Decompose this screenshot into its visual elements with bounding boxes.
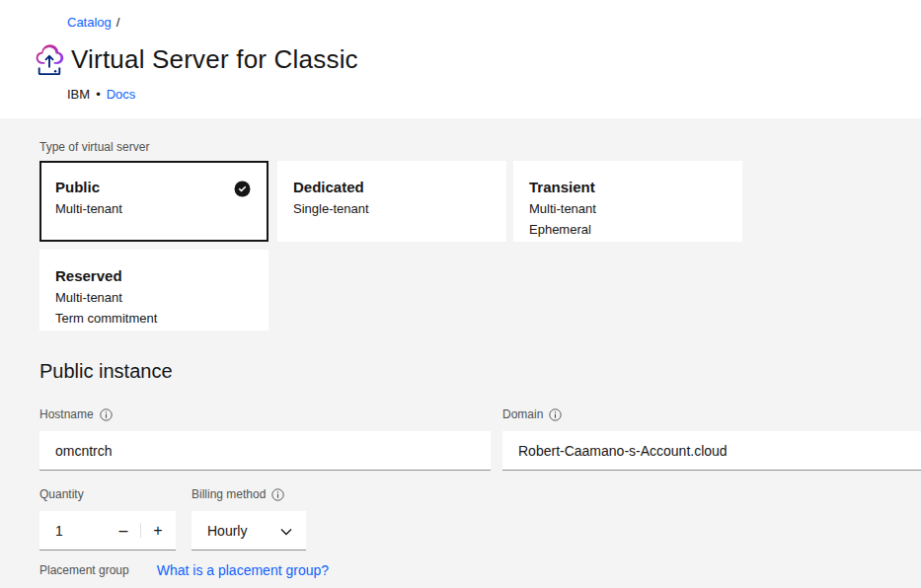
tile-subtitle: Ephemeral [529,222,727,238]
tile-subtitle: Term commitment [55,311,253,327]
info-icon[interactable] [549,408,562,421]
tile-title: Dedicated [293,179,491,196]
info-icon[interactable] [271,488,284,501]
domain-label-text: Domain [502,407,543,421]
info-icon[interactable] [100,408,113,421]
breadcrumb-separator: / [116,15,120,30]
tile-dedicated[interactable]: Dedicated Single-tenant [277,161,506,242]
placement-group-link[interactable]: What is a placement group? [157,562,329,578]
breadcrumb: Catalog/ [67,15,119,30]
domain-label: Domain [502,407,562,421]
billing-method-select[interactable]: Hourly [192,511,306,551]
tile-title: Reserved [55,267,253,285]
tile-public[interactable]: Public Multi-tenant [39,161,269,242]
checkmark-filled-icon [234,181,251,197]
billing-method-label-text: Billing method [192,487,266,501]
section-title-public-instance: Public instance [39,360,173,383]
quantity-label-text: Quantity [39,487,84,501]
dot-separator: • [96,87,101,102]
tile-title: Transient [529,179,727,196]
hostname-input[interactable] [39,431,491,471]
page-title: Virtual Server for Classic [71,44,358,75]
hostname-label-text: Hostname [39,407,94,421]
tile-subtitle: Multi-tenant [55,201,253,217]
provider-label: IBM [67,87,90,102]
hostname-label: Hostname [39,407,113,421]
domain-input[interactable] [502,431,921,471]
tile-reserved[interactable]: Reserved Multi-tenant Term commitment [39,250,269,331]
quantity-stepper: – + [39,511,176,551]
billing-method-label: Billing method [192,487,284,501]
tile-subtitle: Single-tenant [293,201,491,217]
quantity-decrement-button[interactable]: – [107,511,140,550]
breadcrumb-catalog-link[interactable]: Catalog [67,15,112,30]
provider-line: IBM•Docs [67,87,135,102]
type-of-virtual-server-label: Type of virtual server [39,140,149,154]
tile-subtitle: Multi-tenant [55,290,253,306]
tile-title: Public [55,179,253,196]
quantity-label: Quantity [39,487,84,501]
placement-group-row: Placement group What is a placement grou… [39,562,329,578]
cloud-upload-icon [35,44,64,79]
placement-group-label: Placement group [39,563,129,577]
docs-link[interactable]: Docs [107,87,136,102]
tile-transient[interactable]: Transient Multi-tenant Ephemeral [513,161,742,242]
tile-subtitle: Multi-tenant [529,201,727,217]
chevron-down-icon [280,523,292,539]
quantity-input[interactable] [39,511,107,550]
billing-method-value: Hourly [207,523,247,539]
quantity-increment-button[interactable]: + [141,511,175,550]
